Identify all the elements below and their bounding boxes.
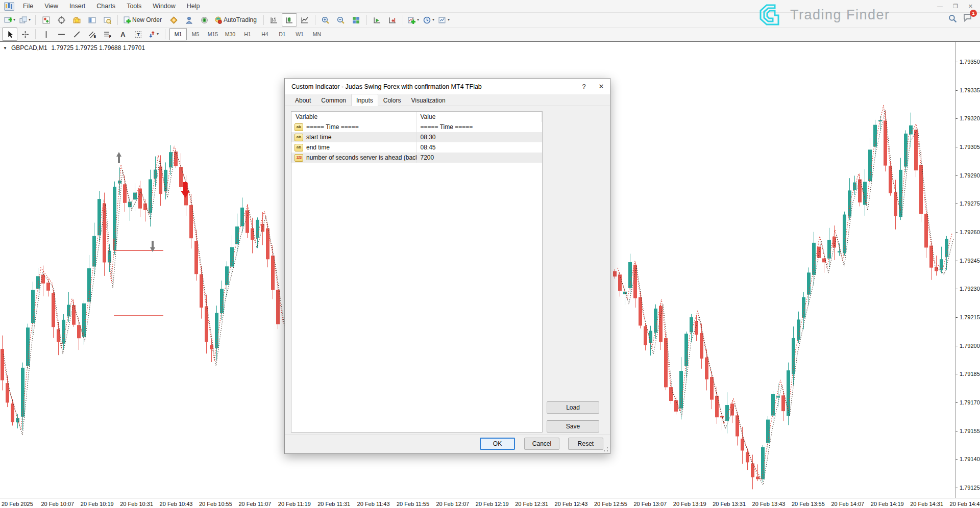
timeframe-m5[interactable]: M5: [187, 28, 204, 40]
chart-shift-icon[interactable]: [385, 13, 400, 27]
templates-icon: [438, 16, 446, 24]
indicators-list-icon: [408, 16, 415, 24]
equidistant-channel-tool-icon[interactable]: E: [84, 28, 100, 41]
templates-dropdown-icon[interactable]: ▾: [448, 18, 450, 22]
metaeditor-icon[interactable]: [166, 13, 181, 27]
line-chart-mode-icon: [301, 16, 308, 24]
time-axis[interactable]: 20 Feb 202520 Feb 10:0720 Feb 10:1920 Fe…: [0, 498, 980, 508]
timeframe-d1[interactable]: D1: [274, 28, 291, 40]
zoom-out-icon: [337, 16, 345, 24]
table-row[interactable]: abstart time08:30: [291, 132, 542, 142]
periods-icon[interactable]: ▾: [421, 13, 436, 27]
templates-icon[interactable]: ▾: [436, 13, 452, 27]
table-row[interactable]: 123number of seconds server is ahead (ba…: [291, 153, 542, 163]
timeframe-h1[interactable]: H1: [239, 28, 256, 40]
community-icon[interactable]: [181, 13, 197, 27]
zoom-in-icon[interactable]: [318, 13, 333, 27]
toolbar-separator: [117, 15, 118, 25]
timeframe-m30[interactable]: M30: [222, 28, 239, 40]
trendline-tool-icon[interactable]: [69, 28, 84, 41]
crosshair-tool-icon[interactable]: [17, 28, 33, 41]
indicators-list-icon[interactable]: ▾: [406, 13, 421, 27]
param-name: end time: [306, 142, 330, 153]
cancel-button[interactable]: Cancel: [524, 438, 559, 450]
menu-charts[interactable]: Charts: [91, 2, 121, 11]
price-axis[interactable]: 1.793501.793351.793201.793051.792901.792…: [955, 42, 980, 498]
zoom-out-icon[interactable]: [333, 13, 349, 27]
tab-inputs[interactable]: Inputs: [351, 94, 378, 106]
text-label-tool-icon[interactable]: T: [130, 28, 145, 41]
arrows-tool-dropdown-icon[interactable]: ▾: [157, 32, 159, 36]
text-tool-icon[interactable]: A: [115, 28, 130, 41]
column-header-value[interactable]: Value: [417, 112, 543, 122]
dialog-title-bar[interactable]: Custom Indicator - Judas Swing Forex wit…: [285, 79, 610, 94]
menu-file[interactable]: File: [17, 2, 39, 11]
profiles-icon[interactable]: ▾: [17, 13, 33, 27]
auto-scroll-icon[interactable]: [370, 13, 385, 27]
new-chart-dropdown-icon[interactable]: ▾: [13, 18, 15, 22]
strategy-tester-icon[interactable]: [100, 13, 115, 27]
table-row[interactable]: ab===== Time ========== Time =====: [291, 122, 542, 132]
profiles-dropdown-icon[interactable]: ▾: [29, 18, 31, 22]
bar-chart-mode-icon[interactable]: [266, 13, 282, 27]
terminal-icon[interactable]: [84, 13, 100, 27]
autotrading-button[interactable]: AutoTrading: [212, 13, 261, 27]
periods-dropdown-icon[interactable]: ▾: [432, 18, 434, 22]
candlestick-mode-icon[interactable]: [282, 13, 297, 27]
tile-windows-icon[interactable]: [349, 13, 364, 27]
timeframe-mn[interactable]: MN: [308, 28, 326, 40]
table-row[interactable]: abend time08:45: [291, 142, 542, 153]
param-value[interactable]: 08:30: [417, 132, 543, 142]
collapse-triangle-icon[interactable]: ▼: [3, 46, 7, 50]
load-button[interactable]: Load: [547, 401, 599, 414]
indicators-list-dropdown-icon[interactable]: ▾: [417, 18, 419, 22]
timeframe-h4[interactable]: H4: [256, 28, 274, 40]
line-chart-mode-icon[interactable]: [297, 13, 312, 27]
minimize-icon[interactable]: —: [937, 3, 943, 9]
param-value[interactable]: 7200: [417, 153, 543, 163]
param-value[interactable]: ===== Time =====: [417, 122, 543, 132]
timeframe-m1[interactable]: M1: [169, 28, 187, 40]
timeframe-m15[interactable]: M15: [204, 28, 222, 40]
price-tick: 1.79350: [960, 59, 980, 65]
menu-view[interactable]: View: [39, 2, 64, 11]
data-window-icon[interactable]: [54, 13, 69, 27]
column-header-variable[interactable]: Variable: [291, 112, 417, 122]
new-order-button[interactable]: New Order: [120, 13, 166, 27]
time-tick: 20 Feb 10:43: [160, 501, 193, 507]
terminal-icon: [88, 16, 96, 24]
restore-icon[interactable]: ❐: [953, 3, 958, 10]
param-value[interactable]: 08:45: [417, 142, 543, 153]
menu-tools[interactable]: Tools: [121, 2, 147, 11]
reset-button[interactable]: Reset: [568, 438, 603, 450]
chat-icon[interactable]: 1: [963, 13, 973, 24]
cursor-tool-icon[interactable]: [2, 28, 17, 41]
inputs-table[interactable]: VariableValueab===== Time ========== Tim…: [291, 111, 543, 433]
tab-visualization[interactable]: Visualization: [406, 95, 450, 106]
tab-about[interactable]: About: [290, 95, 316, 106]
trading-finder-logo-icon: [760, 4, 783, 26]
vertical-line-tool-icon[interactable]: [38, 28, 54, 41]
timeframe-w1[interactable]: W1: [291, 28, 308, 40]
chart-ohlc-label: ▼ GBPCAD,M1 1.79725 1.79725 1.79688 1.79…: [3, 44, 145, 52]
menu-help[interactable]: Help: [181, 2, 206, 11]
search-icon[interactable]: [948, 14, 957, 23]
save-button[interactable]: Save: [547, 420, 599, 433]
menu-insert[interactable]: Insert: [64, 2, 91, 11]
close-icon[interactable]: ✕: [968, 3, 973, 10]
arrows-tool-icon[interactable]: ▾: [145, 28, 161, 41]
ok-button[interactable]: OK: [480, 438, 515, 450]
market-watch-icon[interactable]: [38, 13, 54, 27]
horizontal-line-tool-icon[interactable]: [54, 28, 69, 41]
resize-grip[interactable]: [603, 447, 608, 452]
dialog-help-button[interactable]: ?: [575, 79, 593, 94]
market-search-icon[interactable]: [197, 13, 212, 27]
tab-common[interactable]: Common: [316, 95, 351, 106]
time-tick: 20 Feb 10:31: [120, 501, 153, 507]
new-chart-icon[interactable]: ▾: [2, 13, 17, 27]
menu-window[interactable]: Window: [147, 2, 181, 11]
fibonacci-tool-icon[interactable]: F: [100, 28, 115, 41]
dialog-close-button[interactable]: ✕: [593, 79, 610, 94]
navigator-icon[interactable]: [69, 13, 84, 27]
tab-colors[interactable]: Colors: [378, 95, 406, 106]
